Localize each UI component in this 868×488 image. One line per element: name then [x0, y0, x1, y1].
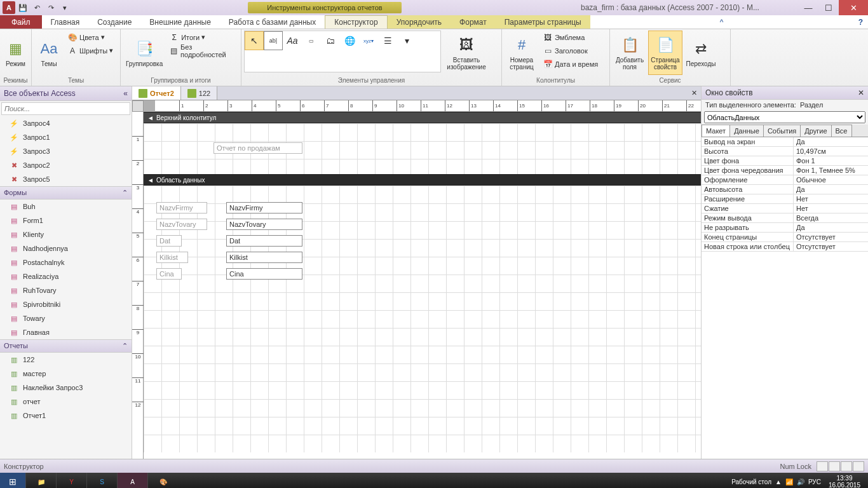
- property-value[interactable]: Нет: [794, 204, 868, 213]
- field-textbox[interactable]: NazvFirmy: [226, 202, 302, 214]
- tab-home[interactable]: Главная: [42, 15, 89, 29]
- property-value[interactable]: Обычное: [794, 175, 868, 184]
- nav-item-form[interactable]: ▤Form1: [0, 214, 132, 227]
- tray-lang[interactable]: РУС: [808, 478, 821, 485]
- nav-item-report[interactable]: ▥122: [0, 353, 132, 367]
- view-button[interactable]: ▦Режим: [3, 30, 29, 75]
- redo-icon[interactable]: ↷: [44, 1, 57, 14]
- taskbar-yandex-icon[interactable]: Y: [56, 473, 86, 488]
- nav-item-report[interactable]: ▥отчет: [0, 395, 132, 409]
- close-button[interactable]: ✕: [839, 0, 868, 15]
- taskbar-clock[interactable]: 13:3916.06.2015: [825, 475, 864, 488]
- section-detail[interactable]: ◄Область данных: [144, 174, 701, 186]
- field-label[interactable]: Dat: [156, 235, 182, 247]
- object-selector[interactable]: ОбластьДанных: [704, 111, 865, 123]
- field-textbox[interactable]: Kilkist: [226, 252, 302, 263]
- nav-item-query[interactable]: ⚡Запрос3: [0, 144, 132, 158]
- select-tool-icon[interactable]: ↖: [245, 31, 264, 50]
- qat-customize-icon[interactable]: ▾: [58, 1, 71, 14]
- prop-tab-all[interactable]: Все: [831, 125, 852, 137]
- prop-tab-other[interactable]: Другие: [800, 125, 831, 137]
- view-switcher[interactable]: [817, 461, 864, 471]
- help-icon[interactable]: ?: [853, 15, 868, 29]
- property-row[interactable]: Не разрыватьДа: [702, 223, 868, 233]
- field-label[interactable]: NazvTovary: [156, 219, 207, 230]
- nav-item-report[interactable]: ▥Наклейки Запрос3: [0, 381, 132, 395]
- property-value[interactable]: Да: [794, 137, 868, 146]
- nav-item-form[interactable]: ▤Realizaciya: [0, 269, 132, 283]
- textbox-tool-icon[interactable]: ab|: [264, 31, 283, 50]
- tab-design[interactable]: Конструктор: [325, 15, 387, 29]
- tab-create[interactable]: Создание: [88, 15, 140, 29]
- nav-item-form[interactable]: ▤Buh: [0, 200, 132, 214]
- nav-category-reports[interactable]: Отчеты⌃: [0, 339, 132, 353]
- listbox-tool-icon[interactable]: ☰: [378, 31, 397, 50]
- property-value[interactable]: 10,497см: [794, 147, 868, 156]
- themes-button[interactable]: AaТемы: [34, 30, 64, 75]
- maximize-button[interactable]: ☐: [818, 0, 839, 15]
- nav-header[interactable]: Все объекты Access«: [0, 86, 132, 101]
- add-fields-button[interactable]: 📋Добавить поля: [613, 30, 647, 75]
- property-sheet-button[interactable]: 📄Страница свойств: [648, 30, 682, 75]
- tab-arrange[interactable]: Упорядочить: [388, 15, 451, 29]
- horizontal-ruler[interactable]: /*ticks added below*/ 123456789101112131…: [155, 100, 701, 112]
- taskbar-paint-icon[interactable]: 🎨: [147, 473, 178, 488]
- property-value[interactable]: Отсутствует: [794, 242, 868, 251]
- nav-item-form[interactable]: ▤Towary: [0, 311, 132, 325]
- save-icon[interactable]: 💾: [17, 1, 29, 14]
- property-row[interactable]: ОформлениеОбычное: [702, 175, 868, 185]
- close-icon[interactable]: ✕: [858, 88, 864, 97]
- property-row[interactable]: Цвет фона чередованияФон 1, Темнее 5%: [702, 166, 868, 175]
- totals-button[interactable]: ΣИтоги▾: [166, 30, 238, 44]
- field-textbox[interactable]: Dat: [226, 235, 302, 247]
- doc-tab-active[interactable]: Отчет2: [132, 86, 181, 100]
- taskbar-explorer-icon[interactable]: 📁: [25, 473, 56, 488]
- prop-tab-event[interactable]: События: [763, 125, 801, 137]
- property-value[interactable]: Да: [794, 185, 868, 194]
- nav-item-report[interactable]: ▥Отчет1: [0, 409, 132, 423]
- button-tool-icon[interactable]: ▭: [302, 31, 321, 50]
- report-canvas[interactable]: ◄Верхний колонтитул Отчет по продажам ◄О…: [144, 112, 701, 459]
- property-row[interactable]: АвтовысотаДа: [702, 185, 868, 194]
- property-value[interactable]: Фон 1, Темнее 5%: [794, 166, 868, 175]
- tray-sound-icon[interactable]: 🔊: [797, 478, 804, 485]
- title-button[interactable]: ▭Заголовок: [540, 44, 600, 57]
- property-value[interactable]: Фон 1: [794, 156, 868, 165]
- doc-tab[interactable]: 122: [181, 86, 217, 100]
- property-row[interactable]: Вывод на экранДа: [702, 137, 868, 147]
- tab-format[interactable]: Формат: [451, 15, 496, 29]
- nav-item-form[interactable]: ▤Nadhodjennya: [0, 241, 132, 255]
- nav-item-query[interactable]: ✖Запрос5: [0, 172, 132, 186]
- field-textbox[interactable]: Cina: [226, 268, 302, 280]
- group-sort-button[interactable]: 📑Группировка: [123, 30, 165, 75]
- controls-gallery[interactable]: ↖ ab| Aa ▭ 🗂 🌐 xyz▾ ☰ ▾: [244, 30, 441, 72]
- prop-tab-data[interactable]: Данные: [729, 125, 764, 137]
- more-controls-icon[interactable]: ▾: [397, 31, 416, 50]
- taskbar-skype-icon[interactable]: S: [86, 473, 117, 488]
- close-doc-icon[interactable]: ✕: [688, 86, 701, 100]
- tray-network-icon[interactable]: 📶: [785, 478, 793, 485]
- property-value[interactable]: Отсутствует: [794, 233, 868, 241]
- taskbar-access-icon[interactable]: A: [117, 473, 147, 488]
- property-value[interactable]: Нет: [794, 194, 868, 203]
- property-row[interactable]: СжатиеНет: [702, 204, 868, 214]
- hyperlink-tool-icon[interactable]: 🌐: [340, 31, 359, 50]
- nav-item-query[interactable]: ⚡Запрос1: [0, 130, 132, 144]
- nav-item-report[interactable]: ▥мастер: [0, 367, 132, 381]
- tab-file[interactable]: Файл: [0, 15, 42, 29]
- report-title-label[interactable]: Отчет по продажам: [214, 142, 302, 154]
- property-row[interactable]: Новая строка или столбецОтсутствует: [702, 242, 868, 252]
- hide-details-button[interactable]: ▤Без подробностей: [166, 44, 238, 57]
- select-all-box[interactable]: [132, 100, 144, 112]
- property-value[interactable]: Да: [794, 223, 868, 232]
- tab-external-data[interactable]: Внешние данные: [140, 15, 220, 29]
- nav-category-forms[interactable]: Формы⌃: [0, 186, 132, 200]
- section-page-header[interactable]: ◄Верхний колонтитул: [144, 112, 701, 123]
- page-numbers-button[interactable]: #Номера страниц: [505, 30, 539, 75]
- taskbar-desktop-label[interactable]: Рабочий стол: [731, 478, 771, 485]
- nav-item-form[interactable]: ▤Главная: [0, 325, 132, 339]
- nav-item-form[interactable]: ▤Postachalnyk: [0, 255, 132, 269]
- logo-button[interactable]: 🖼Эмблема: [540, 30, 600, 44]
- nav-item-form[interactable]: ▤RuhTovary: [0, 283, 132, 297]
- field-label[interactable]: Cina: [156, 268, 182, 280]
